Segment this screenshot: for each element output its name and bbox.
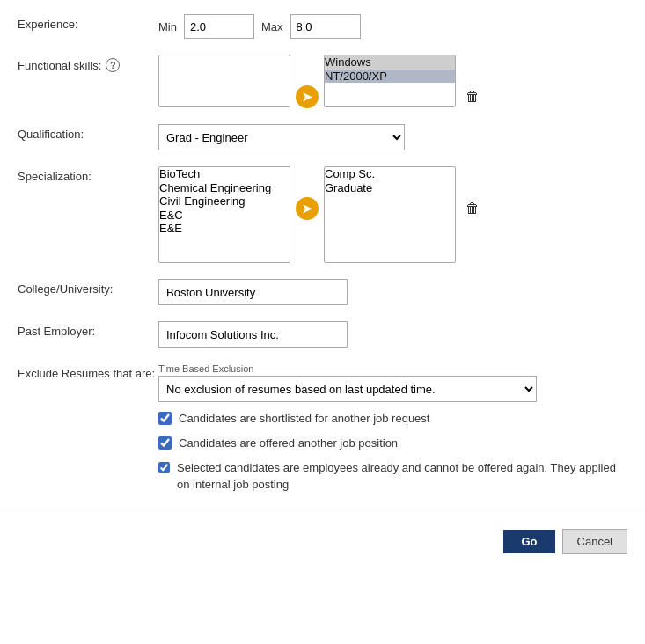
past-employer-row: Past Employer: xyxy=(18,321,627,348)
specialization-arrow-button[interactable]: ➤ xyxy=(296,197,319,220)
college-university-content xyxy=(158,279,627,305)
functional-skills-left-list[interactable] xyxy=(158,55,290,107)
qualification-content: Grad - Engineer Post Grad Diploma Bachel… xyxy=(158,124,627,150)
qualification-row: Qualification: Grad - Engineer Post Grad… xyxy=(18,124,627,150)
functional-skills-delete-button[interactable]: 🗑 xyxy=(461,85,484,108)
specialization-label: Specialization: xyxy=(18,166,158,183)
time-based-exclusion-select[interactable]: No exclusion of resumes based on last up… xyxy=(158,376,537,402)
shortlisted-checkbox[interactable] xyxy=(158,412,172,425)
functional-skills-label: Functional skills: ? xyxy=(18,55,158,72)
qualification-select[interactable]: Grad - Engineer Post Grad Diploma Bachel… xyxy=(158,124,405,150)
checkbox-row-1: Candidates are shortlisted for another j… xyxy=(158,411,429,427)
max-experience-input[interactable] xyxy=(290,14,361,39)
shortlisted-label: Candidates are shortlisted for another j… xyxy=(179,411,429,427)
functional-skills-row: Functional skills: ? ➤ Windows NT/2000/X… xyxy=(18,55,627,108)
functional-skills-content: ➤ Windows NT/2000/XP 🗑 xyxy=(158,55,627,108)
specialization-right-list[interactable]: Comp Sc. Graduate xyxy=(324,166,456,263)
exclude-resumes-row: Exclude Resumes that are: Time Based Exc… xyxy=(18,363,627,493)
checkbox-row-2: Candidates are offered another job posit… xyxy=(158,435,398,451)
cancel-button[interactable]: Cancel xyxy=(562,529,627,554)
exclude-resumes-content: Time Based Exclusion No exclusion of res… xyxy=(158,363,627,493)
max-label: Max xyxy=(261,20,283,33)
min-label: Min xyxy=(158,20,177,33)
form-container: Experience: Min Max Functional skills: ?… xyxy=(0,0,645,493)
college-university-label: College/University: xyxy=(18,279,158,296)
functional-skills-arrow-button[interactable]: ➤ xyxy=(296,85,319,108)
college-university-input[interactable] xyxy=(158,279,348,305)
go-button[interactable]: Go xyxy=(503,530,554,553)
employees-label: Selected candidates are employees alread… xyxy=(177,460,627,492)
offered-job-label: Candidates are offered another job posit… xyxy=(179,435,398,451)
functional-skills-right-list[interactable]: Windows NT/2000/XP xyxy=(324,55,456,107)
specialization-content: BioTech Chemical Engineering Civil Engin… xyxy=(158,166,627,263)
experience-label: Experience: xyxy=(18,14,158,31)
offered-job-checkbox[interactable] xyxy=(158,436,172,450)
past-employer-input[interactable] xyxy=(158,321,348,348)
experience-row: Experience: Min Max xyxy=(18,14,627,39)
checkbox-row-3: Selected candidates are employees alread… xyxy=(158,460,627,492)
footer: Go Cancel xyxy=(0,518,645,568)
college-university-row: College/University: xyxy=(18,279,627,305)
past-employer-content xyxy=(158,321,627,348)
footer-divider xyxy=(0,509,645,509)
specialization-row: Specialization: BioTech Chemical Enginee… xyxy=(18,166,627,263)
min-experience-input[interactable] xyxy=(184,14,254,39)
functional-skills-help-icon[interactable]: ? xyxy=(106,58,120,72)
past-employer-label: Past Employer: xyxy=(18,321,158,338)
time-based-exclusion-group: Time Based Exclusion No exclusion of res… xyxy=(158,363,537,402)
experience-content: Min Max xyxy=(158,14,627,39)
specialization-left-list[interactable]: BioTech Chemical Engineering Civil Engin… xyxy=(158,166,290,263)
time-based-label: Time Based Exclusion xyxy=(158,363,537,374)
exclude-resumes-label: Exclude Resumes that are: xyxy=(18,363,158,380)
specialization-delete-button[interactable]: 🗑 xyxy=(461,197,484,220)
employees-checkbox[interactable] xyxy=(158,461,170,474)
qualification-label: Qualification: xyxy=(18,124,158,141)
